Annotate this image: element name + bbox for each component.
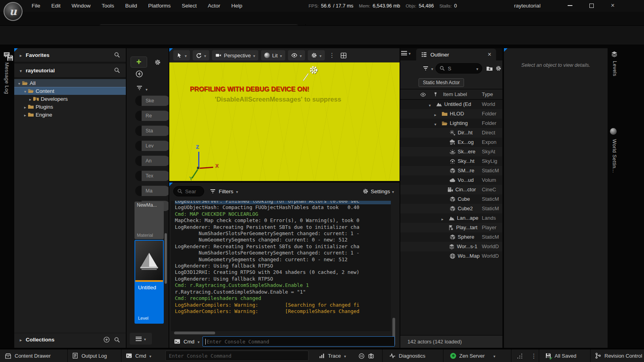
outliner-row-cin-ctor[interactable]: Cin...ctorCineC [400, 185, 502, 194]
chevron-icon[interactable] [441, 216, 443, 222]
unreal-logo[interactable]: u [4, 2, 23, 21]
chevron-icon[interactable] [434, 121, 436, 127]
tree-item-developers[interactable]: Developers [14, 95, 126, 103]
outliner-row-cube2[interactable]: Cube2StaticM [400, 204, 502, 213]
asset-tile-untitled[interactable]: Untitled Level [134, 240, 164, 324]
light-sprite-icon[interactable] [309, 65, 319, 75]
visibility-column-icon[interactable] [420, 92, 426, 98]
outliner-row-cube[interactable]: CubeStaticM [400, 194, 502, 204]
outliner-row-sky-ht[interactable]: Sky...htSkyLig [400, 156, 502, 166]
diagnostics-button[interactable]: Diagnostics [389, 349, 425, 362]
menu-build[interactable]: Build [120, 0, 143, 12]
search-icon[interactable] [114, 67, 120, 74]
gear-icon[interactable] [495, 65, 502, 72]
outliner-row-hlod[interactable]: HLODFolder [400, 109, 502, 119]
favorites-header[interactable]: Favorites [14, 48, 126, 62]
filter-chip-ske[interactable]: Ske [135, 96, 169, 106]
outliner-row-sk-ere[interactable]: Sk...ereSkyAt [400, 147, 502, 156]
scrollbar[interactable] [165, 233, 167, 284]
outliner-row-vo-ud[interactable]: Vo...udVolum [400, 175, 502, 185]
outliner-row-ex-og[interactable]: Ex...ogExpon [400, 138, 502, 147]
add-content-button[interactable]: + [131, 57, 147, 68]
outliner-row-lan-ape[interactable]: Lan...apeLands [400, 213, 502, 223]
menu-file[interactable]: File [26, 0, 46, 12]
close-button[interactable] [606, 0, 619, 11]
zen-server-button[interactable]: Zen Server [450, 349, 495, 362]
menu-window[interactable]: Window [66, 0, 96, 12]
viewport-settings-button[interactable] [308, 50, 325, 60]
trace-pause-icon[interactable] [358, 353, 365, 359]
quad-view-icon[interactable] [340, 52, 347, 59]
perspective-select[interactable]: Perspective [212, 50, 258, 60]
outliner-row-untitled-ed[interactable]: Untitled (EdWorld [400, 100, 502, 109]
outliner-row-wo-map[interactable]: Wo...MapWorldD [400, 251, 502, 261]
search-icon[interactable] [114, 52, 120, 58]
snap-rotate-button[interactable] [193, 50, 209, 60]
log-search-input[interactable]: Sear [173, 186, 204, 196]
filter-icon[interactable] [422, 65, 429, 72]
outliner-row-lighting[interactable]: LightingFolder [400, 119, 502, 128]
chevron-icon[interactable] [29, 96, 31, 102]
outliner-row-dir-ht[interactable]: Dir...htDirect [400, 128, 502, 138]
viewport-render-area[interactable]: PROFILING WITH DEBUG DEVICE ON! 'Disable… [169, 62, 400, 181]
project-header[interactable]: rayteutorial [14, 64, 126, 77]
output-log-button[interactable]: Output Log [72, 349, 107, 362]
chevron-icon[interactable] [24, 112, 26, 118]
maximize-button[interactable] [585, 0, 598, 11]
tree-item-engine[interactable]: Engine [14, 111, 126, 119]
collections-header[interactable]: Collections [14, 333, 126, 346]
type-column[interactable]: Type [482, 91, 493, 97]
close-tab-icon[interactable] [488, 51, 491, 58]
back-icon[interactable] [135, 70, 143, 78]
chevron-icon[interactable] [24, 104, 26, 110]
menu-tools[interactable]: Tools [96, 0, 120, 12]
status-console-input[interactable]: Enter Console Command [165, 351, 309, 361]
menu-platforms[interactable]: Platforms [143, 0, 176, 12]
pin-column-icon[interactable] [433, 92, 438, 97]
panel-menu-button[interactable] [401, 50, 411, 56]
settings-gear-icon[interactable] [154, 59, 161, 66]
menu-select[interactable]: Select [176, 0, 203, 12]
chevron-down-icon[interactable] [197, 339, 199, 345]
tab-outliner[interactable]: Outliner [416, 49, 496, 60]
asset-tile-material[interactable]: NewMa... Material [134, 202, 164, 239]
viewport-mode-button[interactable] [173, 50, 190, 60]
show-flags-button[interactable] [288, 50, 305, 60]
menu-help[interactable]: Help [226, 0, 248, 12]
lit-mode-select[interactable]: Lit [261, 50, 285, 60]
item-label-column[interactable]: Item Label [443, 91, 467, 97]
filter-chip-lev[interactable]: Lev [135, 141, 169, 151]
console-command-input[interactable]: Enter Console Command [203, 336, 395, 347]
chevron-down-icon[interactable] [146, 86, 148, 92]
more-options-button[interactable] [531, 353, 537, 359]
outliner-row-wor-s-1[interactable]: Wor...s-1WorldD [400, 242, 502, 251]
revision-control-button[interactable]: Revision Control [595, 349, 644, 362]
outliner-search-input[interactable]: S [436, 63, 482, 74]
cmd-button[interactable]: Cmd [126, 349, 151, 362]
tab-levels[interactable]: Levels [612, 61, 617, 76]
menu-edit[interactable]: Edit [46, 0, 66, 12]
chevron-down-icon[interactable] [431, 66, 433, 72]
tree-item-all[interactable]: All [14, 79, 126, 87]
filter-chip-static-mesh-actor[interactable]: Static Mesh Actor [419, 78, 464, 87]
minimize-button[interactable] [563, 0, 577, 11]
filter-chip-ma[interactable]: Ma [135, 186, 169, 196]
tree-item-plugins[interactable]: Plugins [14, 103, 126, 111]
menu-actor[interactable]: Actor [202, 0, 226, 12]
outliner-row-sm-re[interactable]: SM...reStaticM [400, 166, 502, 175]
filter-chip-sta[interactable]: Sta [135, 126, 169, 136]
tree-item-content[interactable]: Content [14, 87, 126, 95]
tab-world-settings[interactable]: World Settin... [612, 139, 617, 173]
log-settings-button[interactable]: Settings [362, 188, 394, 194]
chevron-icon[interactable] [18, 80, 20, 86]
search-icon[interactable] [114, 337, 120, 343]
tab-message-log[interactable]: Message Log [4, 62, 9, 94]
chevron-icon[interactable] [434, 111, 436, 117]
chevron-icon[interactable] [24, 88, 26, 94]
content-drawer-button[interactable]: Content Drawer [5, 349, 51, 362]
filter-icon[interactable] [136, 85, 143, 91]
filter-chip-re[interactable]: Re [135, 111, 169, 121]
trace-button[interactable]: Trace [319, 349, 346, 362]
chevron-icon[interactable] [429, 102, 431, 108]
horizontal-scrollbar[interactable] [174, 332, 215, 334]
